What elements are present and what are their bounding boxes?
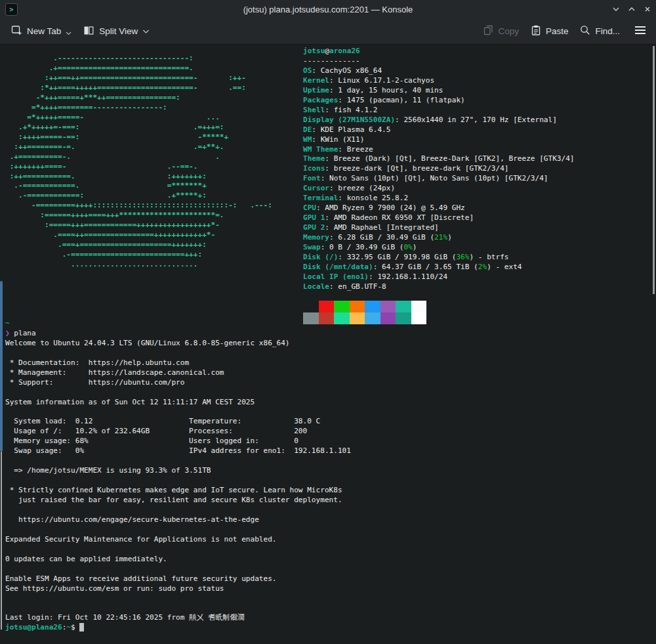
terminal-text-segment: System load: 0.12 Temperature: 38.0 C: [5, 417, 320, 425]
terminal-text-segment: ) - ext4: [487, 263, 522, 271]
terminal-text-segment: Shell: [303, 106, 325, 114]
copy-icon: [483, 25, 493, 37]
terminal-line: ~: [5, 319, 351, 329]
find-button[interactable]: Find...: [575, 22, 625, 41]
palette-swatch: [380, 312, 396, 324]
terminal-text-segment: See https://ubuntu.com/esm or run: sudo …: [5, 584, 224, 593]
copy-button[interactable]: Copy: [478, 22, 523, 41]
terminal-text-segment: Font: [303, 174, 321, 182]
terminal-text-segment: CPU: [303, 204, 316, 212]
terminal-output: ~❯ planaWelcome to Ubuntu 24.04.3 LTS (G…: [5, 319, 351, 633]
terminal-line: Local IP (eno1): 192.168.1.110/24: [303, 272, 575, 282]
new-tab-button[interactable]: New Tab: [7, 22, 76, 41]
terminal-text-segment: WM Theme: [303, 145, 338, 154]
terminal-line: Theme: Breeze (Dark) [Qt], Breeze-Dark […: [303, 154, 575, 164]
terminal-line: [5, 388, 351, 398]
terminal-text-segment: $: [71, 623, 79, 632]
palette-swatch: [350, 301, 365, 312]
terminal-line: System load: 0.12 Temperature: 38.0 C: [5, 417, 351, 427]
terminal-text-segment: Local IP (eno1): [303, 272, 369, 281]
new-tab-label: New Tab: [27, 26, 61, 36]
terminal-text-segment: just raised the bar for easy, resilient …: [5, 496, 342, 504]
terminal-text-segment: * Management: https://landscape.canonica…: [5, 368, 224, 377]
terminal-text-segment: Memory usage: 68% Users logged in: 0: [5, 437, 298, 445]
terminal-text-segment: : 2560x1440 in 27", 170 Hz [External]: [395, 116, 557, 124]
terminal-line: See https://ubuntu.com/esm or run: sudo …: [5, 584, 351, 594]
terminal-line: Packages: 1475 (pacman), 11 (flatpak): [303, 96, 575, 106]
menu-icon[interactable]: [634, 25, 647, 38]
terminal-text-segment: : Noto Sans (10pt) [Qt], Noto Sans (10pt…: [321, 174, 548, 182]
terminal-text-segment: : 1475 (pacman), 11 (flatpak): [338, 96, 464, 104]
terminal-line: Shell: fish 4.1.2: [303, 106, 575, 116]
right-scrollbar-handle[interactable]: [653, 46, 655, 294]
terminal-text-segment: : Breeze: [338, 145, 373, 154]
terminal-text-segment: Display (27M1N5500ZA): [303, 116, 395, 124]
terminal-line: [5, 565, 351, 574]
terminal-line: Last login: Fri Oct 10 22:45:16 2025 fro…: [5, 613, 351, 623]
terminal-line: Welcome to Ubuntu 24.04.3 LTS (GNU/Linux…: [5, 339, 351, 349]
terminal-text-segment: : fish 4.1.2: [325, 106, 377, 114]
terminal-text-segment: : 6.28 GiB / 30.49 GiB (: [329, 233, 434, 242]
fastfetch-ascii: .------------------------------: .+=====…: [5, 54, 272, 270]
terminal-text-segment: : en_GB.UTF-8: [329, 282, 386, 291]
terminal-text-segment: : KDE Plasma 6.4.5: [312, 125, 390, 134]
terminal-line: 0 updates can be applied immediately.: [5, 555, 351, 565]
terminal-text-segment: arona26: [329, 47, 360, 55]
terminal-text-segment: Packages: [303, 96, 338, 104]
terminal-text-segment: System information as of Sun Oct 12 11:1…: [5, 398, 255, 406]
terminal-line: Terminal: konsole 25.8.2: [303, 194, 575, 204]
terminal-line: [5, 456, 351, 466]
split-view-button[interactable]: Split View: [79, 22, 154, 41]
terminal-line: [5, 525, 351, 535]
palette-swatch: [396, 301, 411, 312]
terminal-text-segment: 0%: [403, 243, 412, 251]
terminal-text-segment: Memory: [303, 233, 329, 242]
terminal-text-segment: * Support: https://ubuntu.com/pro: [5, 378, 184, 387]
split-view-icon: [83, 25, 94, 38]
minimize-icon[interactable]: [611, 5, 621, 14]
terminal-text-segment: Welcome to Ubuntu 24.04.3 LTS (GNU/Linux…: [5, 339, 290, 347]
terminal-text-segment: : AMD Raphael [Integrated]: [325, 223, 438, 232]
terminal-text-segment: 2%: [478, 263, 487, 271]
terminal-line: * Support: https://ubuntu.com/pro: [5, 378, 351, 388]
terminal-line: Memory usage: 68% Users logged in: 0: [5, 437, 351, 446]
paste-button[interactable]: Paste: [526, 22, 573, 41]
terminal-line: Display (27M1N5500ZA): 2560x1440 in 27",…: [303, 116, 575, 125]
palette-swatch: [411, 301, 427, 312]
terminal-line: Enable ESM Apps to receive additional fu…: [5, 574, 351, 584]
terminal-line: Swap usage: 0% IPv4 address for eno1: 19…: [5, 446, 351, 456]
terminal-text-segment: : 192.168.1.110/24: [369, 272, 447, 281]
terminal-line: jotsu@plana26:~$: [5, 623, 351, 633]
terminal-line: OS: CachyOS x86_64: [303, 66, 575, 76]
terminal-line: Memory: 6.28 GiB / 30.49 GiB (21%): [303, 233, 575, 243]
terminal-line: => /home/jotsu/MEMEX is using 93.3% of 3…: [5, 466, 351, 476]
terminal-line: Disk (/): 332.95 GiB / 919.98 GiB (36%) …: [303, 253, 575, 263]
terminal-text-segment: : breeze (24px): [329, 184, 395, 192]
terminal-text-segment: Icons: [303, 164, 325, 173]
split-view-label: Split View: [99, 26, 138, 36]
terminal-line: Expanded Security Maintenance for Applic…: [5, 535, 351, 545]
terminal-cursor: [79, 623, 84, 632]
terminal-text-segment: : CachyOS x86_64: [312, 66, 382, 75]
terminal-line: * Strictly confined Kubernetes makes edg…: [5, 486, 351, 496]
scrollbar-handle[interactable]: [0, 281, 3, 452]
terminal-text-segment: : KWin (X11): [312, 135, 364, 144]
terminal-text-segment: : AMD Radeon RX 6950 XT [Discrete]: [325, 213, 474, 222]
terminal-line: just raised the bar for easy, resilient …: [5, 496, 351, 505]
terminal-area: .------------------------------: .+=====…: [0, 45, 656, 644]
paste-label: Paste: [546, 26, 569, 36]
palette-swatch: [365, 301, 380, 312]
terminal-text-segment: : Linux 6.17.1-2-cachyos: [329, 76, 434, 85]
fastfetch-info: jotsu@arona26-------------OS: CachyOS x8…: [303, 47, 575, 292]
terminal-line: Kernel: Linux 6.17.1-2-cachyos: [303, 76, 575, 86]
terminal-text-segment: Locale: [303, 282, 329, 291]
maximize-icon[interactable]: [627, 5, 636, 14]
terminal-line: [5, 545, 351, 555]
terminal-text-segment: Last login: Fri Oct 10 22:45:16 2025 fro…: [5, 613, 244, 622]
close-icon[interactable]: [643, 5, 652, 14]
scrollbar-track[interactable]: [1, 452, 2, 630]
terminal-text-segment: Swap: [303, 243, 321, 251]
terminal-line: GPU 1: AMD Radeon RX 6950 XT [Discrete]: [303, 213, 575, 223]
terminal-text-segment: : 0 B / 30.49 GiB (: [321, 243, 404, 251]
terminal-text-segment: => /home/jotsu/MEMEX is using 93.3% of 3…: [5, 466, 211, 475]
